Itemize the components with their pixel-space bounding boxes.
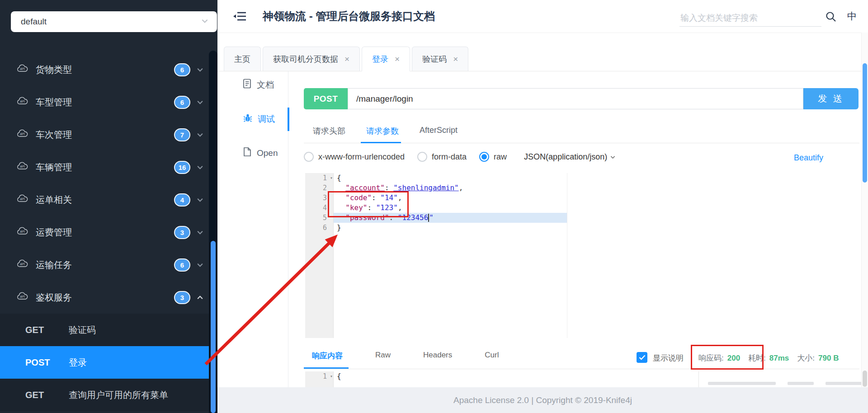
sidebar-group-label: 运费管理 xyxy=(36,226,72,239)
response-tab-0[interactable]: 响应内容 xyxy=(312,351,343,361)
sidebar-endpoints: GET 验证码 POST 登录 GET 查询用户可用的所有菜单 xyxy=(0,314,217,411)
method-badge: POST xyxy=(304,88,348,109)
chevron-down-icon xyxy=(196,261,204,269)
endpoint-count-badge: 3 xyxy=(174,291,190,304)
document-icon xyxy=(243,79,252,91)
response-first-line: { xyxy=(337,371,341,381)
chevron-down-icon xyxy=(196,66,204,74)
code-line[interactable]: } xyxy=(337,223,859,233)
radio-icon[interactable] xyxy=(304,152,314,162)
sidebar-group-2[interactable]: API 车次管理 7 xyxy=(0,118,217,151)
close-icon[interactable]: × xyxy=(344,54,349,64)
show-description-checkbox[interactable] xyxy=(637,352,647,363)
code-line[interactable]: "account": "shenlingadmin", xyxy=(337,183,859,193)
page-title: 神领物流 - 管理后台微服务接口文档 xyxy=(263,0,435,33)
annotation-box-json-keys xyxy=(328,191,409,217)
chevron-down-icon xyxy=(196,131,204,139)
body-type-0[interactable]: x-www-form-urlencoded xyxy=(304,152,405,162)
chevron-down-icon xyxy=(196,164,204,171)
fold-caret-icon[interactable]: ▾ xyxy=(330,371,333,381)
radio-icon[interactable] xyxy=(479,152,489,162)
time-value: 87ms xyxy=(769,354,789,363)
fold-caret-icon[interactable]: ▾ xyxy=(330,173,333,183)
code-line[interactable]: "key": "123", xyxy=(337,203,859,213)
doc-tab-3[interactable]: 验证码 × xyxy=(412,47,468,71)
panel-scrollbar-thumb[interactable] xyxy=(863,371,867,387)
doc-tab-2[interactable]: 登录 × xyxy=(362,47,410,71)
sidebar: default API 货物类型 6 API 车型管理 6 API 车次管理 7… xyxy=(0,0,217,413)
request-tab-2[interactable]: AfterScript xyxy=(420,126,458,136)
search-input[interactable] xyxy=(679,9,823,27)
active-response-tab-underline xyxy=(304,367,349,369)
clipped-description-row xyxy=(708,382,868,385)
code-line[interactable]: "code": "14", xyxy=(337,193,859,203)
close-icon[interactable]: × xyxy=(395,54,400,64)
file-icon xyxy=(243,147,252,159)
doc-search xyxy=(679,9,821,27)
group-select[interactable]: default xyxy=(11,11,217,32)
doc-tab-1[interactable]: 获取司机分页数据 × xyxy=(263,47,360,71)
active-request-tab-underline xyxy=(361,142,401,143)
sidebar-group-1[interactable]: API 车型管理 6 xyxy=(0,86,217,118)
request-tab-1[interactable]: 请求参数 xyxy=(366,126,399,136)
endpoint-count-badge: 7 xyxy=(174,128,190,141)
api-cloud-icon: API xyxy=(16,161,28,173)
radio-icon[interactable] xyxy=(417,152,427,162)
response-tab-3[interactable]: Curl xyxy=(485,351,499,361)
request-tab-0[interactable]: 请求头部 xyxy=(313,126,345,136)
nav-item-open[interactable]: Open xyxy=(243,147,278,159)
endpoint-item-1[interactable]: POST 登录 xyxy=(0,346,217,379)
line-number: 6 xyxy=(305,223,333,233)
doc-tab-0[interactable]: 主页 xyxy=(224,47,261,71)
knife4j-app: default API 货物类型 6 API 车型管理 6 API 车次管理 7… xyxy=(0,0,868,413)
sidebar-group-4[interactable]: API 运单相关 4 xyxy=(0,183,217,216)
sidebar-group-label: 运输任务 xyxy=(36,259,72,271)
content-type-value: JSON(application/json) xyxy=(524,152,607,162)
sidebar-group-5[interactable]: API 运费管理 3 xyxy=(0,216,217,249)
chevron-down-icon xyxy=(610,154,616,160)
body-type-label: raw xyxy=(494,152,507,162)
doc-tab-label: 验证码 xyxy=(422,54,447,65)
chevron-down-icon xyxy=(196,196,204,204)
main-scrollbar-thumb[interactable] xyxy=(863,63,867,183)
sidebar-group-7[interactable]: API 鉴权服务 3 xyxy=(0,281,217,314)
nav-item-label: Open xyxy=(257,148,278,158)
send-button[interactable]: 发 送 xyxy=(803,88,859,109)
chevron-down-icon xyxy=(196,99,204,106)
sidebar-scrollbar-thumb[interactable] xyxy=(211,241,216,413)
menu-fold-icon[interactable] xyxy=(233,10,247,24)
sidebar-group-label: 运单相关 xyxy=(36,194,72,206)
sidebar-group-6[interactable]: API 运输任务 6 xyxy=(0,249,217,281)
endpoint-count-badge: 6 xyxy=(174,96,190,109)
svg-text:API: API xyxy=(19,100,25,103)
chevron-down-icon xyxy=(196,229,204,236)
sidebar-group-0[interactable]: API 货物类型 6 xyxy=(0,53,217,86)
request-url-input[interactable] xyxy=(348,88,803,109)
code-line[interactable]: "password": "123456" xyxy=(337,213,859,223)
sidebar-group-label: 车辆管理 xyxy=(36,161,72,174)
sidebar-group-label: 鉴权服务 xyxy=(36,291,72,304)
endpoint-item-2[interactable]: GET 查询用户可用的所有菜单 xyxy=(0,379,217,411)
size-value: 790 B xyxy=(818,354,839,363)
body-type-2[interactable]: raw xyxy=(479,152,507,162)
close-icon[interactable]: × xyxy=(453,54,458,64)
annotation-box-status-code xyxy=(691,345,764,370)
content-type-select[interactable]: JSON(application/json) xyxy=(524,152,616,162)
endpoint-item-0[interactable]: GET 验证码 xyxy=(0,314,217,346)
response-tab-2[interactable]: Headers xyxy=(423,351,452,361)
footer-text: Apache License 2.0 | Copyright © 2019-Kn… xyxy=(453,395,632,405)
doc-tabbar: 主页 获取司机分页数据 × 登录 × 验证码 × xyxy=(224,47,470,71)
response-tab-1[interactable]: Raw xyxy=(375,351,391,361)
language-toggle[interactable]: 中 xyxy=(847,0,857,33)
sidebar-group-label: 货物类型 xyxy=(36,64,72,76)
beautify-link[interactable]: Beautify xyxy=(794,153,823,163)
nav-item-debug[interactable]: 调试 xyxy=(243,113,275,125)
search-icon[interactable] xyxy=(825,11,837,24)
editor-code[interactable]: { "account": "shenlingadmin", "code": "1… xyxy=(337,173,859,233)
response-panel-divider xyxy=(698,371,699,387)
code-line[interactable]: { xyxy=(337,173,859,183)
sidebar-group-3[interactable]: API 车辆管理 16 xyxy=(0,151,217,183)
group-select-value: default xyxy=(21,17,47,27)
body-type-1[interactable]: form-data xyxy=(417,152,467,162)
nav-item-docs[interactable]: 文档 xyxy=(243,79,274,91)
